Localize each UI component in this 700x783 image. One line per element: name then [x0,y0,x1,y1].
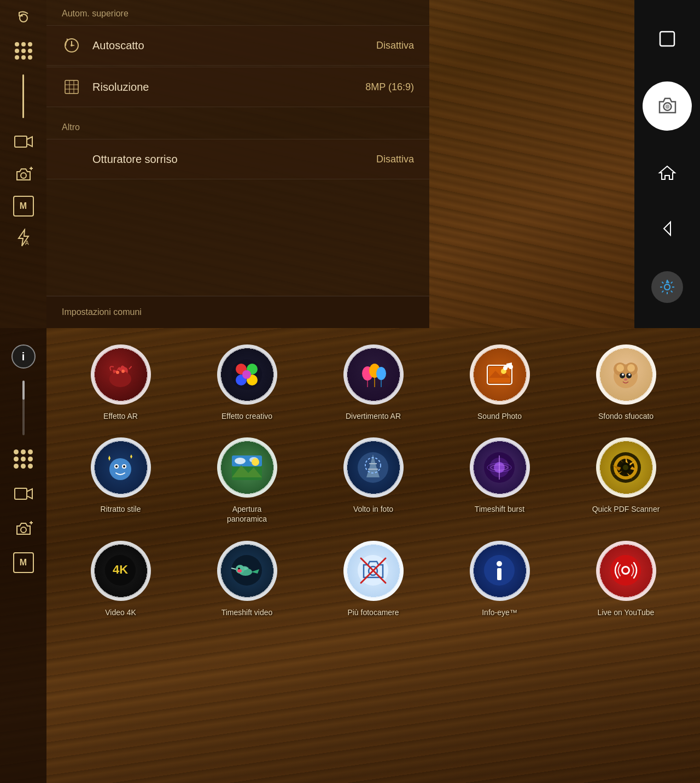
svg-point-60 [616,364,624,372]
app-timeshift-video[interactable]: Timeshift video [184,541,310,617]
apertura-panoramica-label: Apertura panoramica [212,504,283,524]
timeshift-video-label: Timeshift video [221,607,273,617]
svg-point-64 [622,373,624,376]
svg-point-65 [628,373,631,376]
camera-flip-icon[interactable] [12,7,35,30]
otturatore-label: Otturatore sorriso [92,153,376,166]
app-sfondo-sfuocato[interactable]: Sfondo sfuocato [563,344,689,421]
svg-line-30 [662,291,663,293]
app-effetto-creativo[interactable]: Effetto creativo [184,344,310,421]
risoluzione-item[interactable]: Risoluzione 8MP (16:9) [46,67,429,107]
timeshift-burst-icon [470,437,530,498]
info-button[interactable]: i [11,344,36,369]
video-mode-icon[interactable] [12,130,35,153]
svg-rect-1 [15,136,27,147]
live-on-youtube-icon [596,541,656,601]
apertura-panoramica-icon [217,437,277,498]
flash-auto-icon[interactable]: A [12,226,35,249]
app-apertura-panoramica[interactable]: Apertura panoramica [184,437,310,524]
app-sound-photo[interactable]: Sound Photo [436,344,563,421]
svg-point-70 [115,465,118,468]
svg-point-74 [235,458,246,464]
mode-m-bottom-label: M [20,558,27,568]
home-nav-button[interactable] [654,159,681,186]
svg-text:4K: 4K [113,563,128,576]
timeshift-burst-label: Timeshift burst [475,504,524,514]
app-volto-in-foto[interactable]: Volto in foto [310,437,436,524]
sound-photo-icon [470,344,530,405]
info-label: i [22,350,25,363]
svg-point-20 [665,104,669,109]
capture-button[interactable] [643,81,692,131]
svg-line-12 [67,39,68,40]
svg-point-109 [623,568,628,573]
settings-panel: Autom. superiore Autoscatto Disattiva [46,0,429,328]
app-live-on-youtube[interactable]: Live on YouTube [563,541,689,617]
svg-line-29 [671,282,673,283]
ritratto-stile-label: Ritratto stile [101,504,141,514]
video-mode-bottom-icon[interactable] [12,482,35,505]
app-video-4k[interactable]: 4K Video 4K [57,541,184,617]
impostazioni-comuni-label[interactable]: Impostazioni comuni [46,296,429,328]
app-ritratto-stile[interactable]: Ritratto stile [57,437,184,524]
scroll-indicator[interactable] [22,381,25,435]
ritratto-stile-icon [91,437,151,498]
svg-point-99 [237,569,242,572]
video-4k-label: Video 4K [105,607,136,617]
sfondo-sfuocato-icon [596,344,656,405]
risoluzione-label: Risoluzione [92,81,365,94]
divertimento-ar-icon [343,344,404,405]
svg-line-27 [662,282,663,283]
svg-point-34 [21,527,26,533]
svg-point-39 [121,370,125,373]
autoscatto-value: Disattiva [376,40,414,51]
camera-plus-icon[interactable] [12,163,35,186]
piu-fotocamere-label: Più fotocamere [347,607,399,617]
autoscatto-item[interactable]: Autoscatto Disattiva [46,25,429,66]
volto-in-foto-icon [343,437,404,498]
divertimento-ar-label: Divertimento AR [346,411,401,421]
grid-dots-bottom-icon[interactable] [12,447,35,470]
grid-dots-icon[interactable] [12,39,35,62]
otturatore-item[interactable]: Otturatore sorriso Disattiva [46,139,429,179]
svg-marker-2 [27,137,32,147]
risoluzione-value: 8MP (16:9) [365,81,414,93]
back-nav-button[interactable] [654,215,681,242]
svg-text:A: A [25,240,29,246]
app-effetto-ar[interactable]: Effetto AR [57,344,184,421]
quick-pdf-scanner-icon [596,437,656,498]
otturatore-icon [62,149,81,169]
svg-point-67 [109,458,131,480]
camera-plus-bottom-icon[interactable] [12,517,35,540]
app-divertimento-ar[interactable]: Divertimento AR [310,344,436,421]
info-eye-label: Info-eye™ [482,607,517,617]
svg-point-31 [664,284,670,290]
settings-gear-button[interactable] [651,271,683,303]
effetto-ar-icon [91,344,151,405]
square-nav-button[interactable] [654,25,681,52]
app-timeshift-burst[interactable]: Timeshift burst [436,437,563,524]
app-piu-fotocamere[interactable]: Più fotocamere [310,541,436,617]
svg-point-48 [376,367,386,380]
svg-point-105 [497,561,502,566]
effetto-creativo-icon [217,344,277,405]
svg-marker-33 [27,489,32,499]
svg-point-37 [109,371,131,387]
app-quick-pdf-scanner[interactable]: Quick PDF Scanner [563,437,689,524]
right-controls [634,0,700,328]
section-label-autom: Autom. superiore [46,0,429,25]
svg-line-28 [671,291,673,293]
svg-point-71 [123,465,125,468]
mode-m-badge[interactable]: M [13,196,34,217]
timeshift-video-icon [217,541,277,601]
section-label-altro: Altro [46,114,429,139]
left-sidebar-bottom: i [0,328,46,783]
mode-m-label: M [20,201,27,211]
mode-m-bottom-badge[interactable]: M [13,552,34,573]
sidebar-divider [22,74,24,118]
autoscatto-icon [62,36,81,55]
svg-rect-18 [660,32,674,46]
svg-marker-21 [664,222,670,235]
risoluzione-icon [62,77,81,97]
app-info-eye[interactable]: Info-eye™ [436,541,563,617]
